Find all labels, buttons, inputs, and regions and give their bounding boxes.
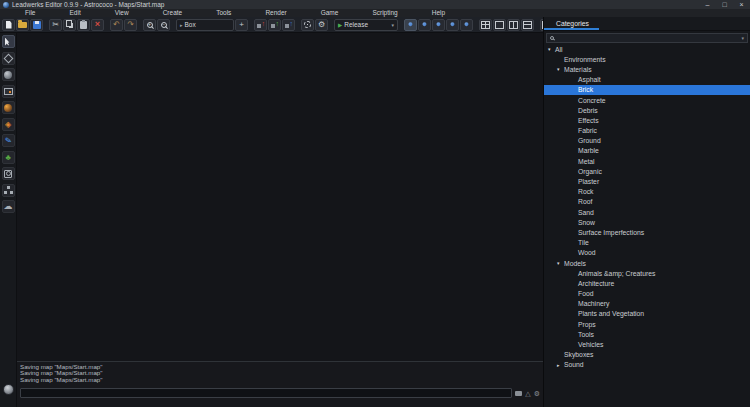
cloud-publish-button[interactable]: ☁: [2, 200, 15, 213]
tree-item[interactable]: Roof: [544, 197, 750, 207]
redo-button[interactable]: ↷: [124, 19, 137, 31]
menu-item[interactable]: File: [8, 9, 52, 17]
zoom-out-button[interactable]: –: [157, 19, 170, 31]
add-button[interactable]: +: [235, 19, 248, 31]
tree-item[interactable]: ▸ Sound: [544, 360, 750, 370]
tree-marker[interactable]: ▾: [557, 66, 564, 72]
middle-row: ◈ ✎ ♣ ☁ Saving map "Maps/Start.map"Savin…: [0, 33, 543, 407]
tree-item[interactable]: Fabric: [544, 126, 750, 136]
search-input[interactable]: [557, 34, 738, 41]
delete-button[interactable]: ×: [91, 19, 104, 31]
tree-marker[interactable]: ▸: [557, 362, 564, 368]
menu-item[interactable]: View: [98, 9, 146, 17]
tree-item[interactable]: Effects: [544, 115, 750, 125]
translate-y-button[interactable]: ↑: [268, 19, 281, 31]
paste-button[interactable]: [77, 19, 90, 31]
tree-item[interactable]: Plants and Vegetation: [544, 309, 750, 319]
menu-item[interactable]: Create: [146, 9, 200, 17]
tree-marker[interactable]: ▾: [548, 46, 555, 52]
main-toolbar: ✂ × ↶ ↷ + – ▸ Box + ↑ ↑ ↑ ⚙ ▶: [0, 17, 543, 33]
single-view-button[interactable]: [493, 19, 506, 31]
terrain-tool-button[interactable]: [2, 68, 15, 81]
split-horizontal-button[interactable]: [521, 19, 534, 31]
menu-item[interactable]: Game: [304, 9, 356, 17]
snap-button[interactable]: [301, 19, 314, 31]
flowgraph-tool-button[interactable]: [2, 184, 15, 197]
minimize-button[interactable]: –: [699, 0, 716, 9]
shaded-view-button[interactable]: ●: [404, 19, 417, 31]
close-button[interactable]: ×: [733, 0, 750, 9]
tree-item[interactable]: Rock: [544, 187, 750, 197]
split-vertical-button[interactable]: [507, 19, 520, 31]
search-caret-icon[interactable]: ▾: [741, 35, 744, 41]
move-tool-button[interactable]: [2, 52, 15, 65]
warning-icon[interactable]: △: [525, 390, 530, 397]
textured-view-button[interactable]: ●: [446, 19, 459, 31]
search-box[interactable]: ▾: [546, 33, 748, 43]
tree-item[interactable]: Surface Imperfections: [544, 227, 750, 237]
tree-item[interactable]: ▾ Materials: [544, 64, 750, 74]
primitive-tool-button[interactable]: [2, 167, 15, 180]
tree-item[interactable]: Wood: [544, 248, 750, 258]
undo-button[interactable]: ↶: [110, 19, 123, 31]
toggle-console-button[interactable]: [540, 19, 543, 31]
menu-item[interactable]: Scripting: [355, 9, 414, 17]
menu-item[interactable]: Render: [248, 9, 303, 17]
tree-item[interactable]: ▾ All: [544, 44, 750, 54]
tree-item[interactable]: Food: [544, 289, 750, 299]
tree-item[interactable]: Metal: [544, 156, 750, 166]
tree-item[interactable]: Snow: [544, 217, 750, 227]
tree-item[interactable]: Marble: [544, 146, 750, 156]
chat-icon[interactable]: [515, 391, 522, 396]
shape-dropdown[interactable]: ▸ Box: [176, 19, 234, 31]
vegetation-tool-button[interactable]: ♣: [2, 151, 15, 164]
translate-x-button[interactable]: ↑: [254, 19, 267, 31]
tree-item[interactable]: ▾ Models: [544, 258, 750, 268]
solid-view-button[interactable]: ●: [432, 19, 445, 31]
quad-view-button[interactable]: [479, 19, 492, 31]
paint-tool-button[interactable]: ✎: [2, 134, 15, 147]
tab-categories[interactable]: Categories: [544, 20, 601, 27]
tree-item[interactable]: Architecture: [544, 278, 750, 288]
wireframe-view-button[interactable]: ●: [418, 19, 431, 31]
tree-item[interactable]: Animals &amp; Creatures: [544, 268, 750, 278]
menu-item[interactable]: Help: [415, 9, 462, 17]
tree-item[interactable]: Environments: [544, 54, 750, 64]
tree-item[interactable]: Props: [544, 319, 750, 329]
user-avatar[interactable]: [3, 384, 14, 395]
tree-item[interactable]: Asphalt: [544, 75, 750, 85]
translate-z-button[interactable]: ↑: [282, 19, 295, 31]
tree-item[interactable]: Ground: [544, 136, 750, 146]
tree-item[interactable]: Brick: [544, 85, 750, 95]
grid-settings-button[interactable]: ⚙: [315, 19, 328, 31]
save-button[interactable]: [30, 19, 43, 31]
menu-item[interactable]: Tools: [199, 9, 248, 17]
zoom-in-button[interactable]: +: [143, 19, 156, 31]
viewport[interactable]: [17, 33, 543, 361]
tree-item[interactable]: Plaster: [544, 176, 750, 186]
console-input[interactable]: [20, 388, 512, 398]
material-sphere-tool-button[interactable]: [2, 101, 15, 114]
tree-marker[interactable]: ▾: [557, 260, 564, 266]
tree-item[interactable]: Sand: [544, 207, 750, 217]
settings-gear-icon[interactable]: ⚙: [534, 390, 540, 397]
tree-item[interactable]: Concrete: [544, 95, 750, 105]
tree-item[interactable]: Tools: [544, 329, 750, 339]
tree-item[interactable]: Machinery: [544, 299, 750, 309]
menu-item[interactable]: Edit: [52, 9, 97, 17]
tree-item[interactable]: Debris: [544, 105, 750, 115]
tree-item[interactable]: Skyboxes: [544, 350, 750, 360]
select-tool-button[interactable]: [2, 35, 15, 48]
copy-button[interactable]: [63, 19, 76, 31]
material-card-tool-button[interactable]: [2, 85, 15, 98]
entity-tool-button[interactable]: ◈: [2, 118, 15, 131]
tree-item[interactable]: Vehicles: [544, 339, 750, 349]
open-file-button[interactable]: [16, 19, 29, 31]
tree-item[interactable]: Organic: [544, 166, 750, 176]
cut-button[interactable]: ✂: [49, 19, 62, 31]
tree-item[interactable]: Tile: [544, 238, 750, 248]
maximize-button[interactable]: □: [716, 0, 733, 9]
new-file-button[interactable]: [2, 19, 15, 31]
run-dropdown[interactable]: ▶ Release ▾: [334, 19, 398, 31]
lit-view-button[interactable]: ●: [460, 19, 473, 31]
